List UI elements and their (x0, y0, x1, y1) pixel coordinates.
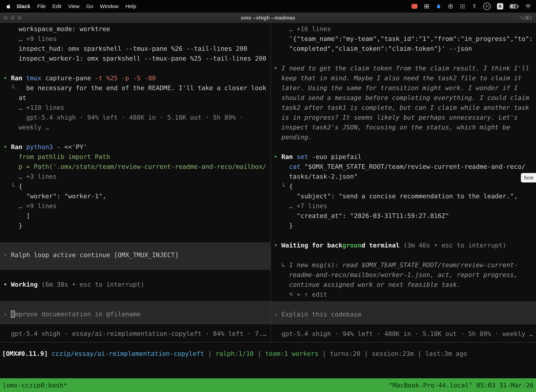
terminal-line (0, 132, 270, 142)
window-title-bar[interactable]: omx --xhigh --madmax ⌥⌘1 (0, 13, 536, 23)
zoom-button[interactable] (18, 16, 22, 20)
terminal-line: pending. (271, 132, 536, 142)
key-icon[interactable] (472, 4, 477, 9)
screen-tooltip[interactable]: Scre (521, 173, 536, 182)
terminal-line (271, 142, 536, 152)
terminal-line: p = Path('.omx/state/team/review-current… (0, 162, 270, 172)
terminal-line: readme-and-reco/mailbox/worker-1.json, a… (271, 270, 536, 280)
terminal-line: inspect_worker-1: omx sparkshell --tmux-… (0, 54, 270, 63)
menu-bar-status-area: .61 A (412, 3, 536, 10)
menu-window[interactable]: Window (96, 3, 122, 9)
terminal-line: ] (0, 211, 270, 221)
terminal-line: ↳ 1 new msg(s): read $OMX_TEAM_STATE_ROO… (271, 260, 536, 270)
output-block: gpt-5.4 xhigh · essay/ai-reimplementatio… (0, 329, 270, 339)
terminal-line: … +110 lines (0, 103, 270, 112)
terminal-line: • Ran tmux capture-pane -t %25 -p -S -80 (0, 73, 270, 83)
terminal-line: • Waiting for background terminal (3m 46… (271, 240, 536, 250)
input-source-icon[interactable]: A (497, 3, 503, 9)
tmux-host-time-label: "MacBook-Pro-44.local" 05:03 31-Mar-26 (389, 382, 534, 389)
terminal-line: [OMX#0.11.9] cczip/essay/ai-reimplementa… (2, 349, 467, 359)
terminal: workspace_mode: worktree … +9 lines insp… (0, 23, 536, 342)
terminal-line: gpt-5.4 xhigh · 94% left · 488K in · 5.1… (0, 112, 270, 122)
omx-status-line: [OMX#0.11.9] cczip/essay/ai-reimplementa… (2, 349, 467, 359)
terminal-line: • Working (6m 38s • esc to interrupt) (0, 280, 270, 289)
menu-app-name[interactable]: Slack (13, 3, 34, 9)
terminal-line: should send a message before completing … (271, 93, 536, 103)
terminal-line: continue assigned work or next feasible … (271, 280, 536, 289)
terminal-line: … +9 lines (0, 34, 270, 44)
terminal-line: gpt-5.4 xhigh · essay/ai-reimplementatio… (0, 329, 270, 339)
output-block: workspace_mode: worktree … +9 lines insp… (0, 24, 270, 240)
terminal-line (0, 270, 270, 280)
terminal-line: … +16 lines (271, 24, 536, 34)
terminal-line: "subject": "send a concise recommendatio… (271, 191, 536, 201)
window-title: omx --xhigh --madmax (0, 15, 536, 21)
terminal-line: } (271, 221, 536, 231)
prompt-band[interactable]: › Improve documentation in @filename (0, 301, 270, 324)
terminal-line: • I need to get the claim token from the… (271, 63, 536, 73)
tmux-pane-right[interactable]: … +16 lines '{"team_name":"my-team","tas… (271, 23, 536, 342)
output-block: … +16 lines '{"team_name":"my-team","tas… (271, 24, 536, 299)
output-block: • Working (6m 38s • esc to interrupt) (0, 270, 270, 289)
minimize-button[interactable] (10, 16, 15, 20)
terminal-line (0, 63, 270, 73)
prompt-band[interactable]: › Explain this codebase (271, 301, 536, 324)
prompt-band[interactable]: › Ralph loop active continue [OMX_TMUX_I… (0, 242, 270, 270)
terminal-line: is in progress? It seems likely but perh… (271, 112, 536, 122)
pane-bottom-divider (0, 342, 536, 342)
window-shortcut-hint: ⌥⌘1 (519, 15, 532, 21)
wifi-icon[interactable] (525, 4, 531, 9)
traffic-lights (4, 16, 22, 20)
terminal-line: task2 after task1 is complete, but can I… (271, 103, 536, 112)
dots-grid-icon[interactable] (460, 4, 465, 9)
blue-app-icon[interactable] (436, 4, 441, 9)
tmux-session-label: [omx-cczip0:bash* (2, 382, 67, 389)
terminal-line (0, 231, 270, 240)
terminal-line: workspace_mode: worktree (0, 24, 270, 34)
terminal-line: inspect_hud: omx sparkshell --tmux-pane … (0, 44, 270, 54)
tmux-status-bar: [omx-cczip0:bash* "MacBook-Pro-44.local"… (0, 378, 536, 392)
menu-view[interactable]: View (65, 3, 83, 9)
terminal-line: └ { (0, 182, 270, 191)
screen-recording-icon[interactable] (412, 4, 417, 9)
terminal-line: "worker": "worker-1", (0, 191, 270, 201)
terminal-line: └ be necessary for the end of the README… (0, 83, 270, 93)
menu-file[interactable]: File (34, 3, 49, 9)
terminal-line: › Improve documentation in @filename (0, 309, 270, 319)
terminal-line: └ { (271, 182, 536, 191)
meter-badge-icon[interactable]: .61 (483, 3, 491, 10)
terminal-line: • Ran python3 - <<'PY' (0, 142, 270, 152)
terminal-line: … +3 lines (0, 172, 270, 182)
terminal-line: … +7 lines (271, 201, 536, 211)
tmux-pane-left[interactable]: workspace_mode: worktree … +9 lines insp… (0, 23, 270, 342)
terminal-line: … +9 lines (0, 201, 270, 211)
terminal-line: "completed","claim_token":"claim-token"}… (271, 44, 536, 54)
close-button[interactable] (4, 16, 8, 20)
terminal-line (271, 231, 536, 240)
menu-bar-left: Slack File Edit View Go Window Help (0, 3, 139, 9)
terminal-line: cat "$OMX_TEAM_STATE_ROOT/team/review-cu… (271, 162, 536, 172)
output-block: gpt-5.4 xhigh · 94% left · 488K in · 5.1… (271, 329, 536, 339)
window-tiling-icon[interactable] (424, 4, 429, 9)
terminal-line: gpt-5.4 xhigh · 94% left · 488K in · 5.1… (271, 329, 536, 339)
terminal-line: › Explain this codebase (271, 309, 536, 319)
terminal-line: keep that in mind. Maybe I also need the… (271, 73, 536, 83)
terminal-line (271, 250, 536, 260)
screen: Slack File Edit View Go Window Help (0, 0, 536, 392)
terminal-line: • Ran set -euo pipefail (271, 152, 536, 162)
terminal-line: inspect task2's JSON, focusing on the st… (271, 122, 536, 132)
menu-edit[interactable]: Edit (49, 3, 65, 9)
terminal-line: } (0, 221, 270, 231)
apple-menu-icon[interactable] (5, 4, 13, 9)
menu-go[interactable]: Go (83, 3, 96, 9)
terminal-line: from pathlib import Path (0, 152, 270, 162)
terminal-line: weekly … (0, 122, 270, 132)
terminal-line: at (0, 93, 270, 103)
round-app-icon[interactable] (448, 4, 453, 9)
menu-help[interactable]: Help (122, 3, 140, 9)
terminal-line: tasks/task-2.json" (271, 172, 536, 182)
terminal-line: › Ralph loop active continue [OMX_TMUX_I… (0, 250, 270, 260)
terminal-line: "created_at": "2026-03-31T11:59:27.816Z" (271, 211, 536, 221)
terminal-line: later. Using the same for transition mig… (271, 83, 536, 93)
battery-icon[interactable] (510, 4, 519, 9)
